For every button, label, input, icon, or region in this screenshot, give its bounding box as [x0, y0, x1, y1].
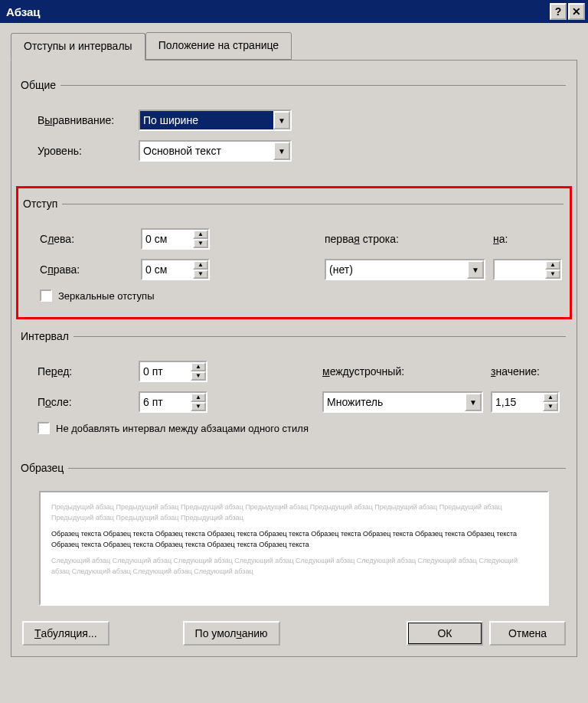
label-level: Уровень:	[24, 145, 139, 157]
group-sample: Образец Предыдущий абзац Предыдущий абза…	[22, 462, 566, 615]
chevron-down-icon[interactable]	[273, 142, 290, 160]
label-indent-left: Слева:	[26, 233, 141, 245]
label-mirror-indents: Зеркальные отступы	[58, 290, 154, 302]
label-alignment: Выравнивание:	[24, 114, 139, 126]
group-interval-title: Интервал	[21, 330, 74, 342]
select-linespacing[interactable]: Множитель	[322, 391, 483, 413]
preview-next-text: Следующий абзац Следующий абзац Следующи…	[51, 555, 537, 577]
spin-up-icon[interactable]: ▲	[193, 230, 208, 239]
spin-up-icon[interactable]: ▲	[191, 393, 206, 402]
preview-prev-text: Предыдущий абзац Предыдущий абзац Предыд…	[51, 502, 537, 524]
group-general-title: Общие	[21, 79, 60, 91]
spinner-by[interactable]: ▲▼	[493, 259, 562, 280]
spin-down-icon[interactable]: ▼	[193, 239, 208, 248]
spin-up-icon[interactable]: ▲	[193, 260, 208, 270]
window-title: Абзац	[6, 5, 41, 18]
label-at: значение:	[491, 365, 560, 378]
label-linespacing: междустрочный:	[322, 365, 491, 378]
checkbox-mirror-indents[interactable]	[40, 289, 52, 302]
tab-page-position[interactable]: Положение на странице	[145, 32, 292, 60]
spin-up-icon[interactable]: ▲	[543, 393, 558, 402]
label-before: Перед:	[24, 365, 139, 378]
group-indent: Отступ Слева: 0 см ▲▼ первая строка: на:…	[24, 198, 564, 306]
spin-down-icon[interactable]: ▼	[545, 270, 560, 279]
chevron-down-icon[interactable]	[273, 111, 290, 129]
spin-down-icon[interactable]: ▼	[193, 270, 208, 279]
spin-up-icon[interactable]: ▲	[545, 260, 560, 270]
spin-down-icon[interactable]: ▼	[191, 371, 206, 381]
chevron-down-icon[interactable]	[467, 260, 484, 279]
select-alignment[interactable]: По ширине	[139, 110, 292, 131]
spin-down-icon[interactable]: ▼	[543, 402, 558, 411]
close-button[interactable]: ✕	[568, 3, 585, 20]
group-sample-title: Образец	[21, 462, 68, 474]
spin-down-icon[interactable]: ▼	[191, 402, 206, 411]
checkbox-no-add-interval[interactable]	[38, 422, 50, 434]
spin-up-icon[interactable]: ▲	[191, 362, 206, 371]
group-general: Общие Выравнивание: По ширине Уровень: О…	[22, 79, 566, 172]
spinner-indent-left[interactable]: 0 см ▲▼	[141, 228, 210, 250]
select-firstline[interactable]: (нет)	[325, 259, 485, 280]
tabs-button[interactable]: Табуляция...	[22, 621, 109, 646]
spinner-before[interactable]: 0 пт ▲▼	[139, 361, 207, 382]
tab-panel: Общие Выравнивание: По ширине Уровень: О…	[11, 60, 577, 657]
spinner-at[interactable]: 1,15 ▲▼	[491, 391, 560, 413]
tab-indents-spacing[interactable]: Отступы и интервалы	[11, 33, 145, 60]
help-button[interactable]: ?	[550, 3, 567, 20]
label-firstline: первая строка:	[325, 233, 493, 245]
highlight-indent-section: Отступ Слева: 0 см ▲▼ первая строка: на:…	[16, 186, 572, 319]
label-indent-right: Справа:	[26, 263, 141, 276]
select-level[interactable]: Основной текст	[139, 140, 292, 162]
label-by: на:	[493, 233, 562, 245]
ok-button[interactable]: ОК	[407, 621, 483, 646]
chevron-down-icon[interactable]	[465, 393, 482, 411]
group-interval: Интервал Перед: 0 пт ▲▼ междустрочный: з…	[22, 330, 566, 439]
label-after: После:	[24, 396, 139, 408]
spinner-indent-right[interactable]: 0 см ▲▼	[141, 259, 210, 280]
cancel-button[interactable]: Отмена	[489, 621, 566, 646]
default-button[interactable]: По умолчанию	[183, 621, 280, 646]
preview-box: Предыдущий абзац Предыдущий абзац Предыд…	[39, 491, 549, 606]
titlebar: Абзац ? ✕	[0, 0, 588, 23]
spinner-after[interactable]: 6 пт ▲▼	[139, 391, 207, 413]
label-no-add-interval: Не добавлять интервал между абзацами одн…	[56, 423, 309, 434]
preview-sample-text: Образец текста Образец текста Образец те…	[51, 528, 537, 551]
group-indent-title: Отступ	[23, 198, 62, 210]
tab-strip: Отступы и интервалы Положение на страниц…	[11, 32, 577, 60]
